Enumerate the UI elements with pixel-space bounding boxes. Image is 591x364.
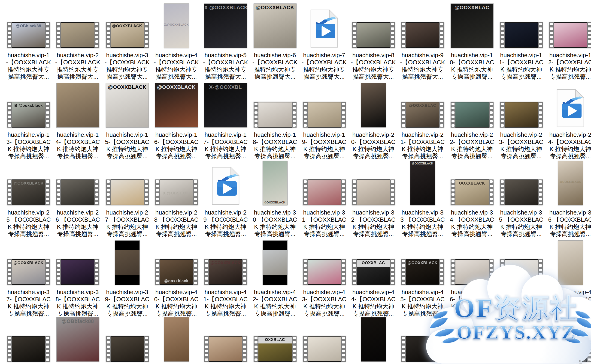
file-item[interactable]: huachishe.vip-47-【OOXXBLACK 推特约炮大神专操高挑翘臀… [497, 240, 546, 317]
file-item[interactable]: X @OOXXBLACKhuachishe.vip-5-【OOXXBLACK推特… [201, 3, 250, 80]
file-item[interactable]: huachishe.vip-12-【OOXXBLACK 推特约炮大神专操高挑翘臀… [546, 3, 591, 80]
file-item[interactable]: huachishe.vip-32-【OOXXBLACK 推特约炮大神专操高挑翘臀… [349, 160, 398, 238]
file-name-line: 操高挑翘臀大... [252, 73, 297, 80]
file-item[interactable]: @OOXXBLACKhuachishe.vip-6-【OOXXBLACK推特约炮… [250, 3, 300, 80]
video-frame [456, 336, 489, 362]
file-item[interactable]: @OBblack88huachishe.vip-1-【OOXXBLACK推特约炮… [4, 3, 53, 80]
file-item[interactable]: huachishe.vip-46-【OOXXBLACK 推特约炮大神专操高挑翘臀… [447, 240, 497, 317]
file-item[interactable]: X:@OOXXBLACKhuachishe.vip-4-【OOXXBLACK推特… [152, 3, 201, 80]
file-item[interactable]: huachishe.vip-31-【OOXXBLACK 推特约炮大神专操高挑翘臀… [300, 160, 349, 238]
file-name-line: huachishe.vip-6 [252, 52, 297, 59]
file-item[interactable]: @OOXXBLACKhuachishe.vip-15-【OOXXBLACK 推特… [102, 82, 152, 160]
file-item[interactable]: @OOXXBLACKhuachishe.vip-33-【OOXXBLACK 推特… [398, 160, 447, 238]
file-item[interactable]: huachishe.vip-29-【OOXXBLACK 推特约炮大神专操高挑翘臀… [201, 160, 250, 238]
file-name-line: K 推特约炮大神 [55, 303, 100, 310]
file-item[interactable]: huachishe.vip-20-【OOXXBLACK 推特约炮大神专操高挑翘臀… [349, 82, 398, 160]
file-name-line: K 推特约炮大神 [548, 146, 591, 153]
file-item[interactable]: @OOXXBLACKhuachishe.vip-3-【OOXXBLACK推特约炮… [102, 3, 152, 80]
file-item[interactable]: X-@OOXXBLhuachishe.vip-17-【OOXXBLACK 推特约… [201, 82, 250, 160]
filmstrip-holes [500, 179, 505, 205]
file-item[interactable]: huachishe.vip-26-【OOXXBLACK 推特约炮大神专操高挑翘臀… [53, 160, 102, 238]
file-item[interactable]: @OOXXBLACKhuachishe.vip-16-【OOXXBLACK 推特… [152, 82, 201, 160]
file-item[interactable]: X @OBSEX88huachishe.vip-28-【OOXXBLACK 推特… [152, 160, 201, 238]
file-name: huachishe.vip-1-【OOXXBLACK推特约炮大神专操高挑翘臀大.… [6, 52, 51, 80]
file-name-line: K 推特约炮大神 [450, 146, 494, 153]
file-item[interactable] [497, 317, 546, 362]
file-item[interactable]: OOXXBLAChuachishe.vip-44-【OOXXBLACK 推特约炮… [349, 240, 398, 317]
file-item[interactable]: huachishe.vip-27-【OOXXBLACK 推特约炮大神专操高挑翘臀… [102, 160, 152, 238]
filmstrip-holes [106, 336, 111, 362]
file-name-line: 专操高挑翘臀... [154, 153, 198, 160]
file-name-line: 7-【OOXXBLAC [6, 296, 51, 303]
file-item[interactable]: @ooxxblackhuachishe.vip-40-【OOXXBLACK 推特… [152, 240, 201, 317]
file-item[interactable] [201, 317, 250, 362]
file-item[interactable] [4, 317, 53, 362]
video-thumbnail-filmstrip: @OOXXBLACK [106, 22, 149, 48]
file-item[interactable]: @OOXXBLACKhuachishe.vip-41-【OOXXBLACK 推特… [201, 240, 250, 317]
thumbnail-zone: @OBblack88 [56, 317, 99, 362]
file-name-line: 推特约炮大神专 [55, 66, 100, 73]
file-item[interactable]: huachishe.vip-39-【OOXXBLACK 推特约炮大神专操高挑翘臀… [102, 240, 152, 317]
file-item[interactable]: huachishe.vip-14-【OOXXBLACK 推特约炮大神专操高挑翘臀… [53, 82, 102, 160]
file-name-line: K 推特约炮大神 [253, 146, 297, 153]
file-item[interactable] [349, 317, 398, 362]
file-item[interactable]: huachishe.vip-42-【OOXXBLACK 推特约炮大神专操高挑翘臀… [250, 240, 300, 317]
file-item[interactable] [447, 317, 497, 362]
file-item[interactable] [300, 317, 349, 362]
file-item[interactable]: @OOXXBLAChuachishe.vip-10-【OOXXBLACK 推特约… [447, 3, 497, 80]
file-name-line: 专操高挑翘臀... [499, 230, 543, 238]
file-item[interactable]: huachishe.vip-48-【OOXXBLACK 推特约炮大神专操高挑翘臀… [546, 240, 591, 317]
thumbnail-zone: @OOXXBLACK [106, 82, 149, 128]
filmstrip-holes [439, 102, 444, 128]
file-item[interactable] [398, 317, 447, 362]
file-item[interactable]: huachishe.vip-19-【OOXXBLACK 推特约炮大神专操高挑翘臀… [300, 82, 349, 160]
file-name-line: 3-【OOXXBLAC [400, 216, 445, 223]
file-item[interactable]: @OOXXBLAChuachishe.vip-21-【OOXXBLACK 推特约… [398, 82, 447, 160]
file-item[interactable]: @OOXXBLACKhuachishe.vip-25-【OOXXBLACK 推特… [4, 160, 53, 238]
file-item[interactable]: huachishe.vip-11-【OOXXBLACK 推特约炮大神专操高挑翘臀… [497, 3, 546, 80]
filmstrip-holes [538, 22, 543, 48]
video-frame [505, 336, 538, 362]
file-item[interactable]: huachishe.vip-23-【OOXXBLACK 推特约炮大神专操高挑翘臀… [497, 82, 546, 160]
file-name-line: huachishe.vip-3 [400, 209, 445, 216]
file-item[interactable]: huachishe.vip-35-【OOXXBLACK 推特约炮大神专操高挑翘臀… [497, 160, 546, 238]
file-item[interactable]: huachishe.vip-8-【OOXXBLACK推特约炮大神专操高挑翘臀大.… [349, 3, 398, 80]
file-name-line: huachishe.vip-4 [400, 289, 445, 296]
file-name-line: huachishe.vip-1 [499, 52, 543, 59]
thumbnail-zone [303, 240, 346, 285]
file-item[interactable]: @OOXXBLACKhuachishe.vip-37-【OOXXBLACK 推特… [4, 240, 53, 317]
file-item[interactable] [152, 317, 201, 362]
file-item[interactable]: OXXBLAC [250, 317, 300, 362]
file-name-line: 8-【OOXXBLAC [154, 216, 198, 223]
video-frame [456, 259, 489, 285]
file-item[interactable] [546, 317, 591, 362]
file-name: huachishe.vip-5-【OOXXBLACK推特约炮大神专操高挑翘臀大.… [203, 52, 248, 80]
file-item[interactable]: ©OOXXBLACKhuachishe.vip-30-【OOXXBLACK 推特… [250, 160, 300, 238]
file-item[interactable]: huachishe.vip-18-【OOXXBLACK 推特约炮大神专操高挑翘臀… [250, 82, 300, 160]
file-item[interactable]: huachishe.vip-2-【OOXXBLACK推特约炮大神专操高挑翘臀大.… [53, 3, 102, 80]
video-frame: @ooxxblack [160, 259, 193, 285]
file-item[interactable]: huachishe.vip-9-【OOXXBLACK推特约炮大神专操高挑翘臀大.… [398, 3, 447, 80]
file-item[interactable]: B @ooxxblackhuachishe.vip-13-【OOXXBLACK … [4, 82, 53, 160]
file-item[interactable]: @OOXXBLACKhuachishe.vip-36-【OOXXBLACK 推特… [546, 160, 591, 238]
file-item[interactable]: huachishe.vip-43-【OOXXBLACK 推特约炮大神专操高挑翘臀… [300, 240, 349, 317]
filmstrip-holes [500, 102, 505, 128]
thumbnail-band [263, 240, 287, 250]
file-name-line: K 推特约炮大神 [6, 223, 51, 230]
file-item[interactable]: huachishe.vip-22-【OOXXBLACK 推特约炮大神专操高挑翘臀… [447, 82, 497, 160]
file-item[interactable] [102, 317, 152, 362]
thumbnail-zone [401, 317, 444, 362]
file-name-line: 专操高挑翘臀... [400, 153, 445, 160]
file-name-line: K 推特约炮大神 [351, 223, 395, 230]
file-item[interactable]: huachishe.vip-7-【OOXXBLACK推特约炮大神专操高挑翘臀大.… [300, 3, 349, 80]
filmstrip-holes [56, 22, 61, 48]
file-item[interactable]: @OOXXBLACKhuachishe.vip-45-【OOXXBLACK 推特… [398, 240, 447, 317]
file-item[interactable]: @OBblack88 [53, 317, 102, 362]
video-frame [505, 22, 538, 48]
file-item[interactable]: huachishe.vip-38-【OOXXBLACK 推特约炮大神专操高挑翘臀… [53, 240, 102, 317]
file-item[interactable]: OOXXBLACKhuachishe.vip-34-【OOXXBLACK 推特约… [447, 160, 497, 238]
file-name-line: 专操高挑翘臀... [6, 230, 51, 238]
filmstrip-holes [341, 259, 346, 285]
file-item[interactable]: huachishe.vip-24-【OOXXBLACK 推特约炮大神专操高挑翘臀… [546, 82, 591, 160]
list-view-widget-icon[interactable] [579, 360, 590, 364]
